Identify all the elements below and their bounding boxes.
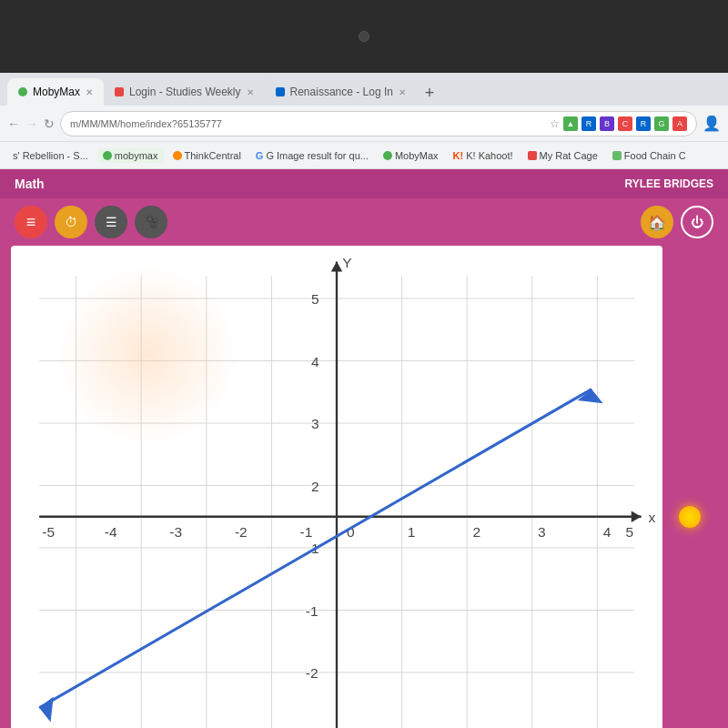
bookmark-rebellion[interactable]: s' Rebellion - S... <box>7 148 94 163</box>
hint-light[interactable] <box>679 506 701 528</box>
address-bar-row: ← → ↻ m/MM/MM/home/index?65135777 ☆ ▲ R … <box>0 106 728 142</box>
back-button[interactable]: ← <box>7 116 20 131</box>
toolbar-left: ≡ ⏱ ☰ 🎥 <box>15 206 167 238</box>
user-name: RYLEE BRIDGES <box>624 177 713 190</box>
svg-text:-1: -1 <box>306 603 318 619</box>
power-button[interactable]: ⏻ <box>681 206 713 238</box>
bookmark-foodchain[interactable]: Food Chain C <box>607 148 692 163</box>
address-input[interactable]: m/MM/MM/home/index?65135777 ☆ ▲ R B C R … <box>60 111 697 136</box>
g-icon: G <box>654 116 669 131</box>
svg-marker-19 <box>632 511 642 522</box>
bookmark-ratcage-label: My Rat Cage <box>540 150 598 161</box>
bookmark-mobymax[interactable]: mobymax <box>97 148 164 163</box>
google-g-icon: G <box>256 150 264 161</box>
app-header: Math RYLEE BRIDGES <box>0 169 728 198</box>
bookmark-mobymax-label: mobymax <box>115 150 158 161</box>
camera-icon <box>359 31 369 42</box>
menu-button[interactable]: ≡ <box>15 206 47 238</box>
timer-button[interactable]: ⏱ <box>55 206 87 238</box>
c-icon: C <box>618 116 632 131</box>
profile-icon[interactable]: 👤 <box>703 115 721 132</box>
app-title: Math <box>15 177 45 191</box>
graph-container: x Y -5 -4 -3 -2 -1 0 1 2 3 4 <box>11 246 662 728</box>
tab-mobymax[interactable]: MobyMax ✕ <box>7 78 104 106</box>
svg-text:4: 4 <box>603 524 612 540</box>
top-bezel <box>0 0 728 73</box>
address-icons: ☆ ▲ R B C R G A <box>550 116 687 131</box>
bookmark-google-label: G Image result for qu... <box>266 150 369 161</box>
browser-window: MobyMax ✕ Login - Studies Weekly ✕ Renai… <box>0 73 728 728</box>
svg-text:-2: -2 <box>235 524 248 540</box>
star-icon[interactable]: ☆ <box>550 117 560 130</box>
r-icon: R <box>581 116 596 131</box>
foodchain-icon <box>612 151 622 160</box>
tab-mobymax-label: MobyMax <box>33 86 80 98</box>
svg-text:4: 4 <box>311 354 319 369</box>
new-tab-button[interactable]: + <box>417 80 442 106</box>
svg-text:3: 3 <box>311 416 319 431</box>
svg-line-41 <box>39 389 592 708</box>
b-icon: B <box>600 116 614 131</box>
svg-text:5: 5 <box>311 291 319 307</box>
address-text: m/MM/MM/home/index?65135777 <box>70 118 222 129</box>
bookmark-google[interactable]: G G Image result for qu... <box>250 148 374 163</box>
r2-icon: R <box>636 116 651 131</box>
tab-renaissance-label: Renaissance - Log In <box>290 86 393 98</box>
bookmark-mobymax2-label: MobyMax <box>395 150 439 161</box>
tab-studies[interactable]: Login - Studies Weekly ✕ <box>104 78 265 106</box>
tab-studies-label: Login - Studies Weekly <box>129 86 241 98</box>
y-axis-label: Y <box>342 255 352 270</box>
mobymax-favicon <box>18 87 27 96</box>
thinkcentral-icon <box>173 151 182 160</box>
bookmark-kahoot-label: K! Kahoot! <box>466 150 512 161</box>
bookmark-foodchain-label: Food Chain C <box>624 150 686 161</box>
svg-marker-20 <box>331 262 342 272</box>
studies-favicon <box>115 87 124 96</box>
mobymax-bk-icon <box>103 151 112 160</box>
tab-studies-close[interactable]: ✕ <box>247 87 254 97</box>
svg-text:3: 3 <box>538 524 546 540</box>
svg-text:-3: -3 <box>169 524 182 540</box>
tab-mobymax-close[interactable]: ✕ <box>86 87 93 97</box>
renaissance-favicon <box>276 87 285 96</box>
video-button[interactable]: 🎥 <box>135 206 167 238</box>
coordinate-graph[interactable]: x Y -5 -4 -3 -2 -1 0 1 2 3 4 <box>11 246 662 728</box>
svg-text:5: 5 <box>626 524 634 540</box>
forward-button[interactable]: → <box>25 116 38 131</box>
svg-text:-4: -4 <box>105 524 117 540</box>
list-button[interactable]: ☰ <box>95 206 127 238</box>
toolbar: ≡ ⏱ ☰ 🎥 🏠 ⏻ <box>0 198 728 246</box>
svg-text:2: 2 <box>472 524 480 540</box>
bookmark-ratcage[interactable]: My Rat Cage <box>522 148 603 163</box>
toolbar-right: 🏠 ⏻ <box>641 206 713 238</box>
svg-text:-5: -5 <box>42 524 55 540</box>
reload-button[interactable]: ↻ <box>44 116 55 131</box>
svg-marker-43 <box>39 696 54 722</box>
x-axis-label: x <box>648 510 655 525</box>
bookmark-kahoot[interactable]: K! K! Kahoot! <box>448 148 519 163</box>
bookmark-thinkcentral[interactable]: ThinkCentral <box>167 148 247 163</box>
content-area: x Y -5 -4 -3 -2 -1 0 1 2 3 4 <box>0 246 728 728</box>
app-container: Math RYLEE BRIDGES ≡ ⏱ ☰ 🎥 🏠 ⏻ <box>0 169 728 728</box>
tab-renaissance-close[interactable]: ✕ <box>399 87 406 97</box>
svg-text:-2: -2 <box>306 665 318 681</box>
tab-bar: MobyMax ✕ Login - Studies Weekly ✕ Renai… <box>0 73 728 106</box>
bookmark-thinkcentral-label: ThinkCentral <box>185 150 241 161</box>
drive-icon: ▲ <box>563 116 578 131</box>
bookmark-mobymax2[interactable]: MobyMax <box>378 148 444 163</box>
ratcage-icon <box>528 151 537 160</box>
bookmark-rebellion-label: s' Rebellion - S... <box>13 150 88 161</box>
svg-text:1: 1 <box>408 524 416 540</box>
mobymax2-icon <box>383 151 392 160</box>
a-icon: A <box>672 116 687 131</box>
svg-text:2: 2 <box>311 479 319 494</box>
monitor: MobyMax ✕ Login - Studies Weekly ✕ Renai… <box>0 0 728 728</box>
tab-renaissance[interactable]: Renaissance - Log In ✕ <box>265 78 417 106</box>
svg-text:-1: -1 <box>300 524 313 540</box>
bookmarks-bar: s' Rebellion - S... mobymax ThinkCentral… <box>0 142 728 169</box>
kahoot-icon: K! <box>453 150 464 161</box>
home-button[interactable]: 🏠 <box>641 206 673 238</box>
side-panel <box>662 246 717 728</box>
